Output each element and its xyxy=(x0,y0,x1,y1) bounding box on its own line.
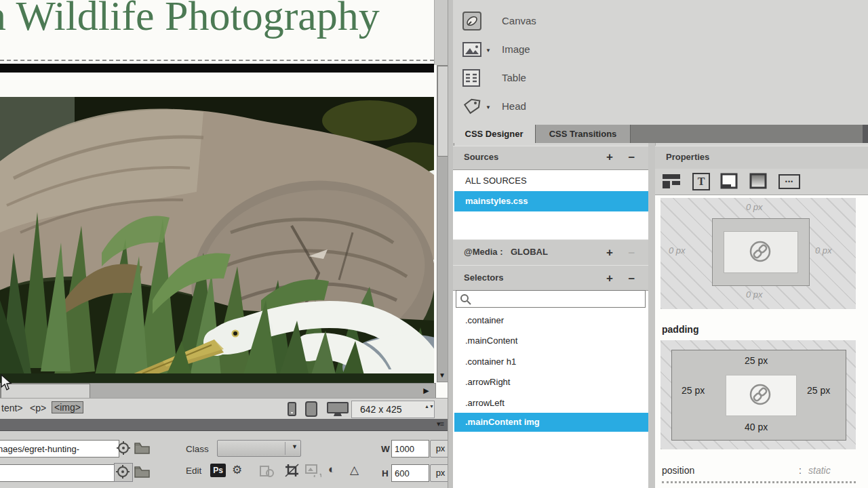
scroll-right-arrow-icon[interactable]: ▶ xyxy=(418,384,434,397)
scroll-down-arrow-icon[interactable]: ▼ xyxy=(437,370,447,381)
page-heading-area[interactable]: n Wildlife Photography xyxy=(0,0,434,60)
selector-search-box xyxy=(456,290,646,308)
document-window: n Wildlife Photography xyxy=(0,0,448,488)
more-category-icon[interactable]: ••• xyxy=(778,174,800,189)
image-icon xyxy=(462,42,481,57)
properties-category-toolbar: T ••• xyxy=(655,169,868,195)
vertical-scrollbar-thumb[interactable] xyxy=(437,66,448,157)
link-values-icon[interactable] xyxy=(749,383,772,406)
margin-top-value[interactable]: 0 px xyxy=(746,202,763,212)
media-title: @Media : xyxy=(464,247,502,257)
desktop-preview-icon[interactable] xyxy=(327,402,349,417)
insert-item-image[interactable]: ▼ Image xyxy=(453,39,868,60)
status-bar: tent> <p> <img> 642 x 425 ▲▼ xyxy=(0,398,448,420)
selector-item[interactable]: .arrowLeft xyxy=(454,393,648,413)
insert-item-label: Image xyxy=(502,43,530,55)
chevron-down-icon: ▼ xyxy=(292,443,298,450)
brightness-contrast-icon[interactable]: ◐ xyxy=(328,463,335,476)
tab-css-transitions[interactable]: CSS Transitions xyxy=(536,125,631,143)
insert-item-label: Table xyxy=(502,72,526,83)
selector-item[interactable]: .arrowRight xyxy=(454,372,648,392)
margin-right-value[interactable]: 0 px xyxy=(815,245,832,256)
remove-selector-button[interactable]: – xyxy=(629,272,635,285)
edit-label: Edit xyxy=(186,466,201,476)
src-field[interactable] xyxy=(0,440,119,458)
property-inspector: ▾≡ Class ▼ W px xyxy=(0,419,448,488)
photoshop-button[interactable]: Ps xyxy=(210,464,226,477)
height-label: H xyxy=(382,468,389,479)
add-media-button[interactable]: + xyxy=(606,246,613,260)
source-item-all[interactable]: ALL SOURCES xyxy=(454,171,648,191)
horizontal-scrollbar-thumb[interactable] xyxy=(1,384,90,399)
source-item-selected[interactable]: mainstyles.css xyxy=(454,191,648,211)
horizontal-scrollbar[interactable]: ▶ xyxy=(0,383,436,399)
layout-category-icon[interactable] xyxy=(663,174,680,188)
insert-item-table[interactable]: Table xyxy=(453,68,868,88)
tablet-preview-icon[interactable] xyxy=(305,401,317,417)
edit-settings-gear-icon[interactable]: ⚙ xyxy=(232,463,242,477)
point-to-file-icon[interactable] xyxy=(117,441,130,455)
chevron-down-icon[interactable]: ▼ xyxy=(486,47,491,54)
phone-preview-icon[interactable] xyxy=(288,402,296,416)
insert-item-canvas[interactable]: Canvas xyxy=(453,11,868,31)
background-category-icon[interactable] xyxy=(749,173,767,189)
size-stepper-icon[interactable]: ▲▼ xyxy=(425,404,431,415)
tag-selector-img[interactable]: <img> xyxy=(52,401,83,413)
table-icon xyxy=(462,69,480,87)
window-size-value: 642 x 425 xyxy=(352,404,402,415)
width-field[interactable] xyxy=(391,440,429,458)
update-from-original-icon xyxy=(259,464,274,477)
panel-menu-icon[interactable]: ▾≡ xyxy=(437,420,443,428)
padding-right-value[interactable]: 25 px xyxy=(807,385,830,396)
padding-section-label: padding xyxy=(662,324,698,335)
tab-bar-endcap xyxy=(863,125,868,143)
egret-eye xyxy=(233,331,237,336)
position-property-value[interactable]: static xyxy=(808,465,831,476)
add-source-button[interactable]: + xyxy=(606,150,613,164)
margin-left-value[interactable]: 0 px xyxy=(669,245,686,256)
remove-source-button[interactable]: – xyxy=(629,150,635,164)
insert-panel: Canvas ▼ Image Table xyxy=(453,0,868,125)
border-category-icon[interactable] xyxy=(720,173,738,189)
selector-item-selected[interactable]: .mainContent img xyxy=(454,413,648,432)
media-header: @Media : GLOBAL + – xyxy=(453,239,648,266)
properties-separator xyxy=(662,481,856,483)
point-to-file-button[interactable] xyxy=(114,463,133,482)
insert-item-label: Head xyxy=(502,100,526,112)
margin-bottom-value[interactable]: 0 px xyxy=(746,289,763,300)
insert-item-head[interactable]: ▼ Head xyxy=(453,96,868,117)
dropdown-divider xyxy=(285,442,285,455)
selector-search-input[interactable] xyxy=(474,292,639,304)
tab-css-designer[interactable]: CSS Designer xyxy=(453,125,536,143)
point-to-file-icon xyxy=(116,465,130,479)
class-dropdown[interactable]: ▼ xyxy=(217,440,301,457)
selector-item[interactable]: .container xyxy=(454,310,648,331)
egret-photo[interactable] xyxy=(0,97,434,383)
selector-item[interactable]: .mainContent xyxy=(454,331,648,351)
browse-folder-icon[interactable] xyxy=(134,466,150,478)
position-property-label: position xyxy=(662,465,694,476)
text-category-icon[interactable]: T xyxy=(692,173,710,190)
tag-selector-p[interactable]: <p> xyxy=(30,403,46,413)
selectors-header: Selectors + – xyxy=(453,265,648,291)
padding-left-value[interactable]: 25 px xyxy=(682,385,705,396)
height-field[interactable] xyxy=(391,464,429,482)
dreamweaver-window: n Wildlife Photography xyxy=(0,0,868,488)
page-title: n Wildlife Photography xyxy=(0,0,380,40)
link-field[interactable] xyxy=(0,464,119,482)
tag-selector-ancestor[interactable]: tent> xyxy=(1,403,23,413)
heading-rule xyxy=(0,64,434,73)
padding-bottom-value[interactable]: 40 px xyxy=(745,422,768,432)
chevron-down-icon[interactable]: ▼ xyxy=(486,104,491,110)
link-values-icon[interactable] xyxy=(749,240,772,263)
media-value: GLOBAL xyxy=(511,247,548,257)
padding-top-value[interactable]: 25 px xyxy=(745,355,768,366)
remove-media-button[interactable]: – xyxy=(629,246,635,260)
sharpen-icon[interactable]: △ xyxy=(350,463,359,477)
crop-icon[interactable] xyxy=(285,464,300,477)
add-selector-button[interactable]: + xyxy=(606,272,613,285)
browse-folder-icon[interactable] xyxy=(134,442,150,454)
window-size-selector[interactable]: 642 x 425 ▲▼ xyxy=(351,401,435,418)
selector-item[interactable]: .container h1 xyxy=(454,352,648,372)
width-label: W xyxy=(381,444,390,454)
